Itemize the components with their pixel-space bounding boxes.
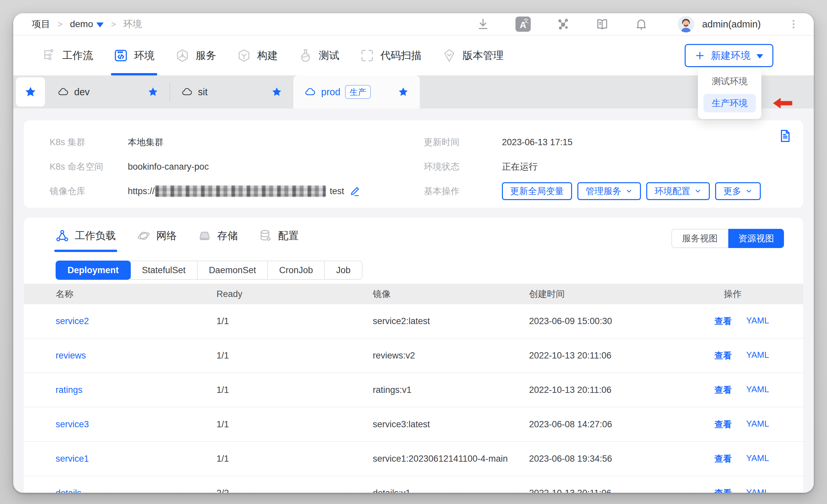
view-link[interactable]: 查看: [715, 453, 732, 465]
cluster-graph-icon[interactable]: [556, 17, 570, 31]
view-link[interactable]: 查看: [715, 350, 732, 361]
button-label: 更新全局变量: [510, 185, 564, 197]
env-config-button[interactable]: 环境配置: [646, 182, 710, 200]
env-tab-sit[interactable]: sit: [170, 75, 293, 108]
star-icon[interactable]: [272, 87, 282, 97]
chevron-down-icon: [694, 187, 701, 195]
bell-icon[interactable]: [635, 17, 648, 31]
image-cell: service2:latest: [373, 316, 529, 326]
deployment-name-link[interactable]: service2: [56, 316, 216, 326]
tab-network[interactable]: 网络: [137, 229, 177, 252]
yaml-link[interactable]: YAML: [746, 488, 769, 493]
cloud-icon: [304, 86, 316, 98]
image-cell: reviews:v2: [373, 350, 529, 361]
code-scan-icon: [360, 48, 375, 63]
module-nav: 工作流 环境 服务 构建 测试: [13, 36, 814, 75]
annotation-arrow-icon: [772, 97, 793, 109]
view-link[interactable]: 查看: [715, 384, 732, 396]
view-link[interactable]: 查看: [715, 488, 732, 493]
ready-cell: 1/1: [216, 316, 373, 326]
nav-tab-code-scan[interactable]: 代码扫描: [360, 36, 422, 75]
table-header: 名称 Ready 镜像 创建时间 操作: [24, 284, 803, 304]
workload-icon: [56, 229, 69, 242]
row-actions: 查看 YAML: [715, 419, 803, 430]
resource-view-button[interactable]: 资源视图: [728, 229, 784, 248]
update-global-vars-button[interactable]: 更新全局变量: [502, 182, 572, 200]
kind-tab-statefulset[interactable]: StatefulSet: [130, 261, 198, 280]
workload-panel: 工作负载 网络 存储: [24, 218, 803, 493]
favorites-button[interactable]: [16, 77, 45, 107]
manage-services-button[interactable]: 管理服务: [577, 182, 641, 200]
chevron-down-icon: [625, 187, 633, 195]
kind-tab-daemonset[interactable]: DaemonSet: [197, 261, 268, 280]
info-label: 镜像仓库: [50, 185, 128, 197]
image-cell: service1:20230612141100-4-main: [373, 454, 529, 464]
ready-cell: 1/1: [216, 454, 373, 464]
build-hexagon-icon: [237, 48, 251, 63]
username-label[interactable]: admin(admin): [702, 19, 761, 30]
menu-item-label: 生产环境: [712, 97, 747, 109]
view-toggle: 服务视图 资源视图: [671, 229, 784, 248]
menu-item-prod-env[interactable]: 生产环境: [703, 94, 756, 112]
deployment-name-link[interactable]: reviews: [56, 350, 216, 361]
button-label: 管理服务: [586, 185, 621, 197]
created-cell: 2022-10-13 20:11:06: [529, 350, 715, 361]
deployment-name-link[interactable]: service1: [56, 454, 216, 464]
nav-tab-service[interactable]: 服务: [175, 36, 216, 75]
docs-book-icon[interactable]: [596, 17, 609, 31]
workload-kind-tabs: Deployment StatefulSet DaemonSet CronJob…: [56, 261, 803, 280]
yaml-link[interactable]: YAML: [746, 419, 769, 430]
kebab-menu-icon[interactable]: [788, 18, 799, 30]
nav-tab-version[interactable]: 版本管理: [442, 36, 503, 75]
image-cell: ratings:v1: [373, 385, 529, 395]
info-row: 基本操作 更新全局变量 管理服务 环境配置: [424, 184, 761, 199]
translate-icon[interactable]: A 文: [516, 16, 531, 32]
info-label: 基本操作: [424, 185, 502, 197]
menu-item-test-env[interactable]: 测试环境: [698, 72, 762, 91]
nav-tab-environment[interactable]: 环境: [113, 36, 155, 75]
breadcrumb: 项目 > demo > 环境: [32, 18, 142, 31]
breadcrumb-project-selector[interactable]: demo: [70, 19, 104, 30]
workflow-icon: [42, 48, 56, 63]
info-row: K8s 集群 本地集群: [50, 135, 424, 150]
image-cell: details:v1: [373, 488, 529, 493]
nav-tab-test[interactable]: 测试: [298, 36, 339, 75]
new-environment-button[interactable]: 新建环境: [685, 44, 773, 67]
tab-workload[interactable]: 工作负载: [56, 229, 116, 252]
nav-tab-workflow[interactable]: 工作流: [42, 36, 93, 75]
star-icon[interactable]: [398, 87, 408, 97]
edit-pencil-icon[interactable]: [349, 185, 361, 197]
yaml-link[interactable]: YAML: [746, 453, 769, 465]
env-tab-dev[interactable]: dev: [46, 75, 169, 108]
registry-url-suffix: test: [330, 186, 344, 197]
deployment-name-link[interactable]: details: [56, 488, 216, 493]
table-row: reviews 1/1 reviews:v2 2022-10-13 20:11:…: [24, 339, 803, 373]
tab-storage[interactable]: 存储: [198, 229, 238, 252]
nav-tab-build[interactable]: 构建: [237, 36, 278, 75]
deployment-name-link[interactable]: service3: [56, 419, 216, 430]
translate-icon-zh: 文: [523, 18, 529, 23]
col-header-created: 创建时间: [529, 288, 715, 300]
yaml-link[interactable]: YAML: [746, 350, 769, 361]
yaml-link[interactable]: YAML: [746, 384, 769, 396]
breadcrumb-page: 环境: [123, 18, 142, 31]
star-icon[interactable]: [148, 87, 158, 97]
kind-tab-deployment[interactable]: Deployment: [56, 261, 131, 280]
kind-tab-cronjob[interactable]: CronJob: [267, 261, 325, 280]
service-view-button[interactable]: 服务视图: [671, 229, 728, 248]
user-avatar[interactable]: [678, 16, 694, 33]
view-link[interactable]: 查看: [715, 419, 732, 430]
tab-config[interactable]: 配置: [259, 229, 299, 252]
kind-label: Deployment: [67, 265, 119, 276]
more-actions-button[interactable]: 更多: [715, 182, 761, 200]
download-icon[interactable]: [476, 17, 490, 31]
view-link[interactable]: 查看: [715, 316, 732, 327]
kind-tab-job[interactable]: Job: [324, 261, 362, 280]
yaml-link[interactable]: YAML: [746, 316, 769, 327]
breadcrumb-project[interactable]: 项目: [32, 18, 50, 31]
document-detail-icon[interactable]: [778, 129, 792, 143]
deployment-name-link[interactable]: ratings: [56, 385, 216, 395]
col-header-ready: Ready: [216, 289, 373, 299]
info-row: 更新时间 2023-06-13 17:15: [424, 135, 761, 150]
env-tab-prod[interactable]: prod 生产: [293, 75, 420, 108]
